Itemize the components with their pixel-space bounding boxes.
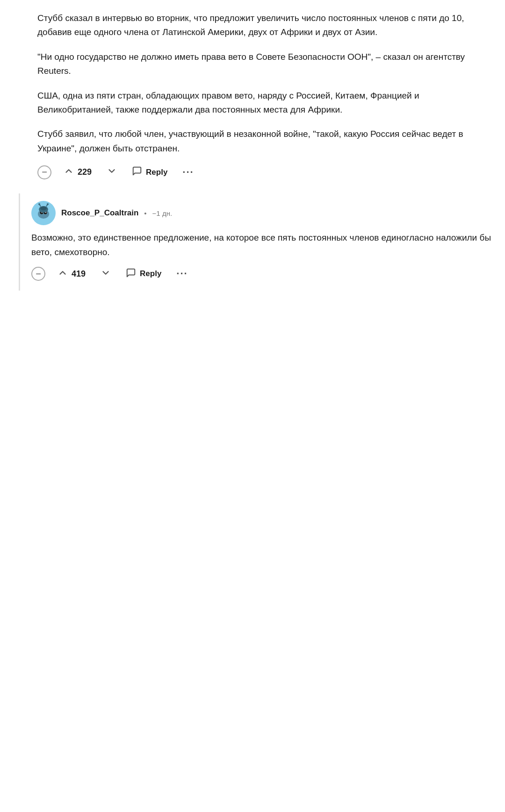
- main-comment-content: Стубб сказал в интервью во вторник, что …: [37, 11, 490, 156]
- reply-reply-button[interactable]: Reply: [123, 266, 164, 282]
- reply-button[interactable]: Reply: [129, 164, 170, 180]
- reply-text: Возможно, это единственное предложение, …: [31, 231, 494, 259]
- avatar: [31, 201, 56, 225]
- svg-point-7: [40, 207, 47, 210]
- reply-timestamp: −1 дн.: [152, 209, 172, 217]
- downvote-button[interactable]: [104, 164, 120, 180]
- reply-reply-label: Reply: [140, 269, 161, 278]
- svg-point-9: [38, 203, 40, 205]
- main-vote-count: 229: [78, 167, 92, 177]
- main-action-bar: − 229 Reply: [37, 156, 490, 186]
- reply-more-options-button[interactable]: ···: [173, 267, 190, 281]
- reply-reply-icon: [126, 268, 136, 280]
- downvote-icon: [107, 166, 117, 178]
- svg-point-11: [47, 203, 49, 205]
- avatar-image: [31, 201, 56, 225]
- reply-collapse-button[interactable]: −: [31, 267, 45, 281]
- paragraph-3: США, одна из пяти стран, обладающих прав…: [37, 89, 490, 117]
- reply-content: Возможно, это единственное предложение, …: [31, 231, 494, 259]
- upvote-button[interactable]: 229: [61, 164, 94, 180]
- collapse-button[interactable]: −: [37, 165, 51, 179]
- more-options-button[interactable]: ···: [180, 165, 196, 179]
- reply-action-bar: − 419: [31, 259, 494, 285]
- reply-downvote-button[interactable]: [98, 266, 114, 282]
- reply-section: Roscoe_P_Coaltrain • −1 дн. Возможно, эт…: [19, 193, 505, 291]
- reply-icon: [132, 166, 142, 178]
- upvote-icon: [64, 166, 74, 178]
- reply-collapse-icon: −: [36, 269, 41, 279]
- paragraph-2: "Ни одно государство не должно иметь пра…: [37, 50, 490, 78]
- main-comment: Стубб сказал в интервью во вторник, что …: [0, 0, 505, 193]
- reply-header: Roscoe_P_Coaltrain • −1 дн.: [31, 201, 494, 225]
- reply-downvote-icon: [101, 268, 111, 280]
- reply-username: Roscoe_P_Coaltrain: [61, 208, 138, 218]
- paragraph-4: Стубб заявил, что любой член, участвующи…: [37, 127, 490, 156]
- reply-vote-count: 419: [72, 269, 86, 279]
- more-icon: ···: [182, 166, 194, 178]
- reply-more-icon: ···: [176, 268, 188, 279]
- reply-item: Roscoe_P_Coaltrain • −1 дн. Возможно, эт…: [20, 193, 505, 291]
- reply-upvote-icon: [58, 268, 68, 280]
- paragraph-1: Стубб сказал в интервью во вторник, что …: [37, 11, 490, 40]
- main-reply-label: Reply: [146, 168, 167, 177]
- collapse-icon: −: [42, 167, 47, 178]
- reply-upvote-button[interactable]: 419: [55, 266, 88, 282]
- separator: •: [144, 209, 146, 217]
